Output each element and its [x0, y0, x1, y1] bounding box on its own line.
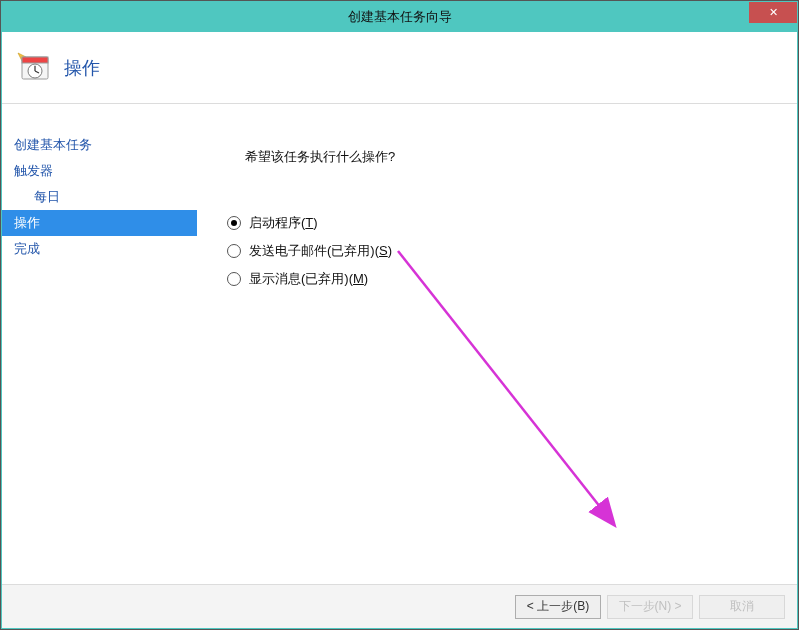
close-icon: ✕: [769, 6, 778, 19]
sidebar-item-trigger[interactable]: 触发器: [2, 158, 197, 184]
close-button[interactable]: ✕: [749, 2, 797, 23]
wizard-window: 创建基本任务向导 ✕ 操作 创建基本任务 触发器 每日 操作 完成 希: [1, 1, 798, 629]
task-scheduler-icon: [16, 51, 50, 85]
radio-label: 启动程序(T): [249, 214, 318, 232]
radio-label: 发送电子邮件(已弃用)(S): [249, 242, 392, 260]
titlebar: 创建基本任务向导 ✕: [2, 2, 797, 32]
radio-send-email[interactable]: 发送电子邮件(已弃用)(S): [227, 242, 797, 260]
wizard-body: 创建基本任务 触发器 每日 操作 完成 希望该任务执行什么操作? 启动程序(T)…: [2, 104, 797, 584]
svg-rect-2: [22, 57, 48, 63]
radio-icon: [227, 244, 241, 258]
action-question: 希望该任务执行什么操作?: [245, 148, 797, 166]
window-title: 创建基本任务向导: [2, 8, 797, 26]
sidebar-item-action[interactable]: 操作: [2, 210, 197, 236]
page-title: 操作: [64, 56, 100, 80]
back-button[interactable]: < 上一步(B): [515, 595, 601, 619]
sidebar-item-finish[interactable]: 完成: [2, 236, 197, 262]
radio-label: 显示消息(已弃用)(M): [249, 270, 368, 288]
wizard-content: 希望该任务执行什么操作? 启动程序(T) 发送电子邮件(已弃用)(S): [197, 104, 797, 584]
sidebar-item-create-task[interactable]: 创建基本任务: [2, 132, 197, 158]
radio-icon: [227, 272, 241, 286]
cancel-button[interactable]: 取消: [699, 595, 785, 619]
wizard-header: 操作: [2, 32, 797, 104]
wizard-sidebar: 创建基本任务 触发器 每日 操作 完成: [2, 104, 197, 584]
radio-show-message[interactable]: 显示消息(已弃用)(M): [227, 270, 797, 288]
radio-icon: [227, 216, 241, 230]
wizard-footer: < 上一步(B) 下一步(N) > 取消: [2, 584, 797, 628]
radio-start-program[interactable]: 启动程序(T): [227, 214, 797, 232]
action-radio-group: 启动程序(T) 发送电子邮件(已弃用)(S) 显示消息(已弃用)(M): [227, 214, 797, 288]
sidebar-item-daily[interactable]: 每日: [2, 184, 197, 210]
next-button[interactable]: 下一步(N) >: [607, 595, 693, 619]
